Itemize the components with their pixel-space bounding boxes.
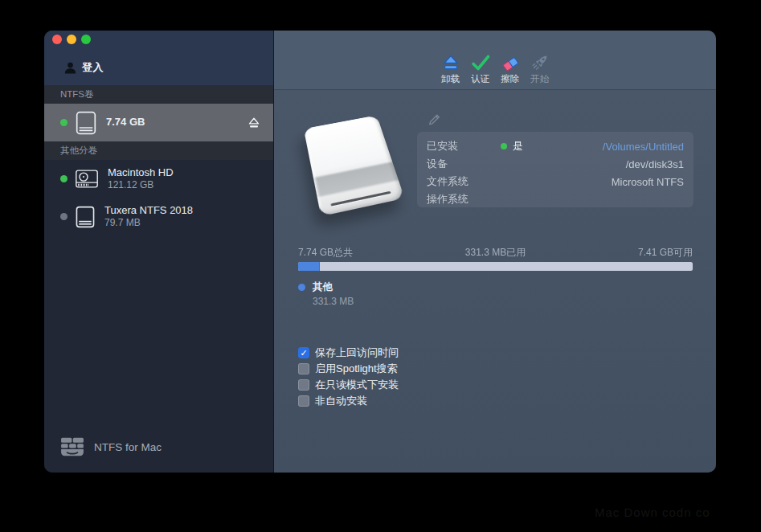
app-window: 登入 NTFS卷 7.74 GB: [44, 31, 716, 473]
external-drive-icon: [75, 111, 97, 135]
info-label: 操作系统: [427, 192, 501, 207]
sidebar-header: 登入: [44, 31, 273, 85]
checkbox-unchecked[interactable]: [298, 363, 309, 374]
erase-button[interactable]: 擦除: [496, 54, 524, 85]
tool-label: 开始: [530, 73, 549, 85]
main-pane: 卸载 认证: [274, 31, 716, 473]
rocket-icon: [530, 54, 550, 72]
sidebar-footer-ntfs-for-mac[interactable]: NTFS for Mac: [44, 421, 273, 473]
option-label: 保存上回访问时间: [315, 346, 399, 360]
external-drive-icon: [75, 206, 96, 228]
legend-name: 其他: [313, 280, 333, 294]
pencil-icon[interactable]: [427, 112, 442, 127]
watermark-text: Mac Down codn co: [595, 505, 710, 519]
legend-dot-other: [298, 284, 305, 291]
sidebar-item-ntfs-volume[interactable]: 7.74 GB: [44, 104, 273, 141]
external-drive-large-icon: [306, 108, 396, 215]
tool-label: 认证: [471, 73, 489, 85]
volume-detail-panel: 已安装 是 /Volumes/Untitled 设备 /dev/disk3s1 …: [274, 90, 716, 473]
disk-stack-icon: [60, 437, 84, 456]
volume-name: 7.74 GB: [106, 116, 145, 129]
tool-label: 卸载: [441, 73, 460, 85]
option-preserve-access-time[interactable]: 保存上回访问时间: [298, 345, 399, 361]
info-row-device: 设备 /dev/disk3s1: [427, 155, 684, 173]
checkbox-unchecked[interactable]: [298, 395, 309, 407]
person-icon: [63, 61, 77, 75]
capacity-bar: [298, 262, 693, 271]
info-row-filesystem: 文件系统 Microsoft NTFS: [427, 173, 684, 190]
section-title-ntfs-volumes: NTFS卷: [44, 85, 273, 104]
option-no-auto-mount[interactable]: 非自动安装: [298, 393, 399, 409]
traffic-lights: [52, 35, 91, 44]
zoom-button[interactable]: [81, 35, 91, 44]
eject-volume-button[interactable]: [248, 117, 260, 129]
section-title-other-volumes: 其他分卷: [44, 141, 273, 160]
sidebar: 登入 NTFS卷 7.74 GB: [44, 31, 274, 473]
option-label: 在只读模式下安装: [315, 378, 399, 392]
login-button[interactable]: 登入: [63, 60, 104, 75]
volume-info-table: 已安装 是 /Volumes/Untitled 设备 /dev/disk3s1 …: [417, 132, 693, 207]
filesystem-value: Microsoft NTFS: [612, 176, 684, 188]
option-enable-spotlight[interactable]: 启用Spotlight搜索: [298, 361, 399, 377]
status-dot-green: [60, 175, 68, 182]
mount-point-link[interactable]: /Volumes/Untitled: [603, 141, 684, 153]
eject-icon: [441, 54, 460, 72]
volume-size: 121.12 GB: [108, 179, 174, 191]
checkbox-unchecked[interactable]: [298, 379, 309, 391]
info-label: 已安装: [427, 139, 501, 153]
capacity-total: 7.74 GB总共: [298, 246, 353, 260]
unmount-button[interactable]: 卸载: [436, 54, 464, 85]
info-label: 文件系统: [427, 174, 501, 189]
volume-name: Tuxera NTFS 2018: [104, 204, 193, 217]
minimize-button[interactable]: [67, 35, 76, 44]
mounted-status-dot: [501, 143, 507, 149]
info-row-mounted: 已安装 是 /Volumes/Untitled: [427, 137, 684, 155]
capacity-used: 331.3 MB已用: [465, 246, 526, 260]
footer-label: NTFS for Mac: [94, 441, 162, 453]
volume-name: Macintosh HD: [108, 166, 174, 179]
login-label: 登入: [82, 60, 104, 75]
option-label: 非自动安装: [315, 394, 367, 408]
capacity-bar-used-segment: [298, 262, 320, 271]
info-label: 设备: [427, 157, 501, 171]
volume-size: 79.7 MB: [104, 217, 193, 229]
eraser-icon: [501, 54, 520, 72]
internal-drive-icon: [75, 168, 99, 190]
capacity-labels: 7.74 GB总共 331.3 MB已用 7.41 GB可用: [298, 246, 693, 260]
checkbox-checked[interactable]: [298, 347, 309, 358]
mount-options: 保存上回访问时间 启用Spotlight搜索 在只读模式下安装 非自动安装: [298, 345, 399, 409]
capacity-legend: 其他 331.3 MB: [298, 280, 354, 307]
option-label: 启用Spotlight搜索: [315, 362, 398, 376]
status-dot-gray: [60, 213, 68, 220]
desktop-background: 登入 NTFS卷 7.74 GB: [0, 0, 761, 532]
sidebar-item-tuxera-ntfs[interactable]: Tuxera NTFS 2018 79.7 MB: [44, 198, 273, 235]
device-value: /dev/disk3s1: [626, 158, 684, 170]
option-mount-read-only[interactable]: 在只读模式下安装: [298, 377, 399, 393]
verify-button[interactable]: 认证: [466, 54, 494, 85]
checkmark-icon: [470, 54, 491, 72]
tool-label: 擦除: [501, 73, 519, 85]
legend-size: 331.3 MB: [313, 296, 354, 307]
sidebar-item-macintosh-hd[interactable]: Macintosh HD 121.12 GB: [44, 160, 273, 198]
toolbar: 卸载 认证: [274, 31, 716, 90]
mounted-status-text: 是: [513, 139, 523, 153]
status-dot-green: [60, 119, 68, 126]
close-button[interactable]: [52, 35, 62, 44]
capacity-free: 7.41 GB可用: [638, 246, 693, 260]
info-row-os: 操作系统: [427, 190, 684, 208]
start-button[interactable]: 开始: [526, 54, 554, 85]
